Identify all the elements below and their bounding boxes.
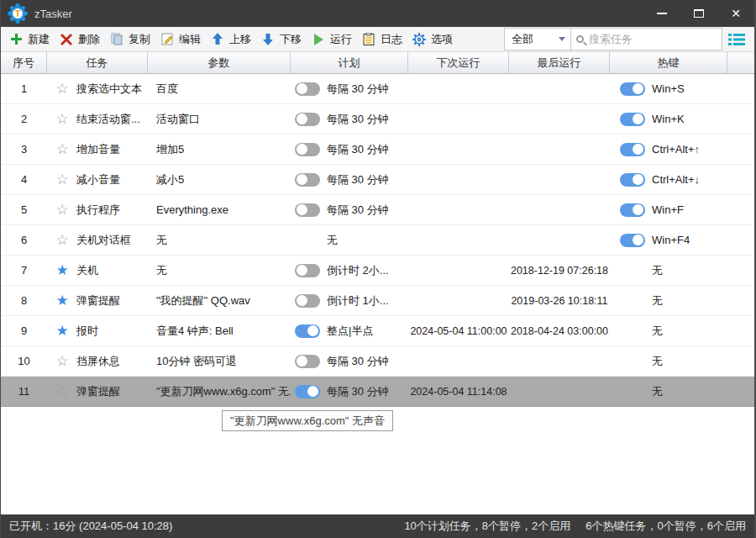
filter-dropdown[interactable]: 全部 (504, 28, 571, 50)
hotkey-label: 无 (652, 293, 663, 309)
delete-x-icon (60, 33, 73, 46)
task-name: 执行程序 (76, 203, 120, 218)
schedule-toggle[interactable] (295, 82, 320, 96)
row-number: 2 (1, 104, 47, 134)
table-row[interactable]: 3☆增加音量增加5每隔 30 分钟Ctrl+Alt+↑ (1, 134, 754, 165)
hotkey-toggle[interactable] (620, 203, 645, 217)
copy-button[interactable]: 复制 (108, 29, 159, 50)
last-run-time: 2018-12-19 07:26:18 (509, 256, 610, 285)
hotkey-toggle[interactable] (620, 82, 645, 96)
column-header-7[interactable]: 热键 (610, 52, 727, 73)
move-up-button[interactable]: 上移 (209, 29, 260, 50)
favorite-star-icon[interactable]: ☆ (54, 203, 71, 217)
task-cell: ☆执行程序 (47, 195, 148, 224)
column-header-1[interactable]: 序号 (1, 52, 47, 73)
app-logo-icon: T (8, 3, 28, 24)
view-list-button[interactable] (722, 28, 751, 50)
maximize-button[interactable] (680, 0, 717, 27)
schedule-label: 每隔 30 分钟 (327, 112, 389, 127)
column-header-3[interactable]: 参数 (148, 52, 291, 73)
last-run-time (509, 225, 610, 255)
options-button[interactable]: 选项 (411, 29, 461, 50)
favorite-star-icon[interactable]: ★ (54, 293, 71, 308)
move-down-button[interactable]: 下移 (260, 29, 310, 50)
favorite-star-icon[interactable]: ★ (54, 263, 71, 277)
new-button[interactable]: 新建 (8, 29, 58, 50)
column-header-5[interactable]: 下次运行 (408, 52, 509, 73)
minimize-icon (657, 13, 667, 14)
row-blank-cell (727, 256, 754, 285)
task-param: Everything.exe (148, 195, 291, 224)
favorite-star-icon[interactable]: ☆ (54, 354, 71, 368)
table-cell: Win+S (610, 74, 727, 103)
row-number: 3 (1, 134, 47, 164)
table-cell: 无 (610, 346, 727, 376)
window-title: zTasker (34, 8, 72, 20)
hotkey-toggle[interactable] (620, 173, 645, 187)
schedule-label: 每隔 30 分钟 (327, 384, 389, 399)
minimize-button[interactable] (643, 0, 680, 27)
table-row[interactable]: 9★报时音量4 钟声: Bell整点|半点2024-05-04 11:00:00… (1, 316, 754, 346)
favorite-star-icon[interactable]: ☆ (54, 112, 71, 126)
edit-button[interactable]: 编辑 (159, 29, 209, 50)
table-row[interactable]: 10☆挡屏休息10分钟 密码可退每隔 30 分钟无 (1, 346, 754, 377)
favorite-star-icon[interactable]: ☆ (54, 82, 71, 96)
task-cell: ☆搜索选中文本 (47, 74, 148, 103)
hotkey-toggle[interactable] (620, 143, 645, 156)
row-blank-cell (727, 377, 754, 406)
row-blank-cell (727, 286, 754, 315)
row-number: 7 (1, 256, 47, 285)
schedule-toggle[interactable] (295, 294, 320, 308)
log-button[interactable]: 日志 (360, 29, 411, 50)
task-param: 音量4 钟声: Bell (148, 316, 291, 345)
column-header-blank (727, 52, 754, 73)
table-cell: 每隔 30 分钟 (291, 104, 408, 134)
favorite-star-icon[interactable]: ☆ (54, 233, 71, 247)
next-run-time: 2024-05-04 11:14:08 (408, 377, 509, 406)
table-row[interactable]: 6☆关机对话框无无Win+F4 (1, 225, 754, 256)
hotkey-toggle[interactable] (620, 234, 645, 247)
table-cell: 每隔 30 分钟 (291, 165, 408, 194)
delete-button[interactable]: 删除 (58, 29, 108, 50)
run-play-icon (312, 33, 325, 46)
close-button[interactable]: ✕ (717, 0, 754, 27)
schedule-toggle[interactable] (295, 173, 320, 187)
column-header-4[interactable]: 计划 (291, 52, 408, 73)
table-row[interactable]: 11☆弹窗提醒"更新刀网www.x6g.com" 无...每隔 30 分钟202… (1, 377, 754, 407)
favorite-star-icon[interactable]: ☆ (54, 172, 71, 187)
table-row[interactable]: 2☆结束活动窗...活动窗口每隔 30 分钟Win+K (1, 104, 754, 134)
search-box (571, 28, 722, 50)
schedule-toggle[interactable] (295, 203, 320, 217)
table-row[interactable]: 5☆执行程序Everything.exe每隔 30 分钟Win+F (1, 195, 754, 225)
table-row[interactable]: 8★弹窗提醒"我的提醒" QQ.wav倒计时 1小...2019-03-26 1… (1, 286, 754, 316)
favorite-star-icon[interactable]: ★ (54, 324, 71, 338)
table-row[interactable]: 4☆减小音量减小5每隔 30 分钟Ctrl+Alt+↓ (1, 165, 754, 195)
schedule-toggle[interactable] (295, 143, 320, 156)
search-input[interactable] (589, 33, 706, 45)
favorite-star-icon[interactable]: ☆ (54, 384, 71, 398)
copy-icon (110, 33, 123, 46)
chevron-down-icon (559, 37, 565, 41)
column-header-2[interactable]: 任务 (47, 52, 148, 73)
hotkey-toggle[interactable] (620, 113, 645, 126)
next-run-time (408, 225, 509, 255)
run-button[interactable]: 运行 (310, 29, 360, 50)
row-number: 1 (1, 74, 47, 103)
table-row[interactable]: 7★关机无倒计时 2小...2018-12-19 07:26:18无 (1, 256, 754, 286)
schedule-toggle[interactable] (295, 324, 320, 338)
row-number: 8 (1, 286, 47, 315)
row-blank-cell (727, 74, 754, 103)
column-header-6[interactable]: 最后运行 (509, 52, 610, 73)
plan-task-summary: 10个计划任务，8个暂停，2个启用 (404, 519, 570, 534)
toolbar: 新建删除复制编辑上移下移运行日志选项 全部 (1, 27, 754, 52)
schedule-label: 每隔 30 分钟 (327, 142, 389, 157)
schedule-toggle[interactable] (295, 113, 320, 126)
favorite-star-icon[interactable]: ☆ (54, 142, 71, 156)
schedule-toggle[interactable] (295, 385, 320, 398)
table-cell: 每隔 30 分钟 (291, 377, 408, 406)
task-cell: ☆挡屏休息 (47, 346, 148, 376)
schedule-toggle[interactable] (295, 264, 320, 277)
table-row[interactable]: 1☆搜索选中文本百度每隔 30 分钟Win+S (1, 74, 754, 104)
schedule-toggle[interactable] (295, 355, 320, 368)
task-name: 搜索选中文本 (76, 82, 142, 97)
